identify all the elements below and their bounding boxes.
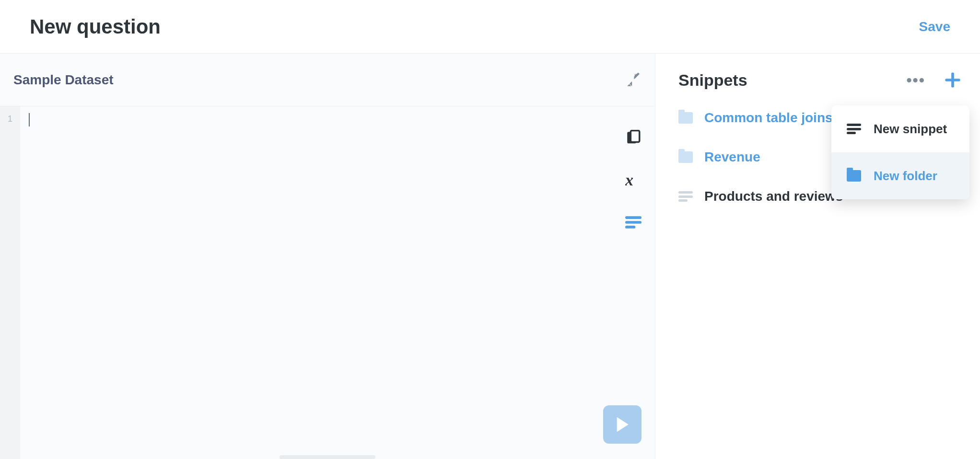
new-snippet-label: New snippet — [874, 122, 947, 137]
svg-rect-9 — [625, 226, 635, 229]
svg-rect-8 — [625, 221, 642, 224]
new-folder-option[interactable]: New folder — [831, 152, 969, 199]
new-folder-label: New folder — [874, 169, 937, 184]
snippets-title: Snippets — [678, 71, 747, 90]
snippets-header-actions: ••• — [906, 72, 961, 88]
editor-body: 1 x — [0, 106, 655, 459]
variables-icon[interactable]: x — [624, 171, 643, 190]
snippets-header: Snippets ••• — [655, 54, 980, 106]
snippet-item-label: Products and reviews — [704, 189, 843, 204]
snippets-icon[interactable] — [624, 213, 643, 232]
svg-marker-10 — [617, 417, 629, 432]
svg-rect-4 — [630, 130, 639, 142]
add-popover: New snippet New folder — [831, 105, 969, 199]
snippet-folder-label: Revenue — [704, 149, 760, 165]
editor-header: Sample Dataset — [0, 54, 655, 106]
sql-editor[interactable]: 1 — [0, 106, 612, 459]
text-cursor — [29, 113, 30, 126]
top-header: New question Save — [0, 0, 980, 54]
horizontal-scrollbar[interactable] — [280, 455, 375, 459]
page-title: New question — [30, 15, 161, 38]
snippet-icon — [847, 124, 861, 134]
snippet-folder-label: Common table joins — [704, 110, 833, 126]
save-button[interactable]: Save — [919, 19, 950, 34]
svg-rect-12 — [945, 79, 960, 81]
line-number: 1 — [0, 106, 20, 124]
add-icon[interactable] — [945, 72, 961, 88]
folder-icon — [847, 170, 861, 182]
folder-icon — [678, 151, 693, 163]
new-snippet-option[interactable]: New snippet — [831, 105, 969, 152]
line-gutter: 1 — [0, 106, 20, 459]
editor-pane: Sample Dataset 1 — [0, 54, 655, 459]
svg-rect-7 — [625, 216, 642, 219]
body-split: Sample Dataset 1 — [0, 54, 980, 459]
folder-icon — [678, 112, 693, 124]
run-query-button[interactable] — [603, 405, 642, 444]
data-reference-icon[interactable] — [624, 128, 643, 148]
snippets-panel: Snippets ••• Common table joins Revenue — [655, 54, 980, 459]
contract-icon[interactable] — [625, 72, 642, 88]
more-icon[interactable]: ••• — [906, 72, 925, 88]
snippet-icon — [678, 191, 693, 202]
dataset-selector[interactable]: Sample Dataset — [13, 72, 114, 88]
svg-text:x: x — [625, 173, 633, 187]
play-icon — [615, 416, 630, 433]
